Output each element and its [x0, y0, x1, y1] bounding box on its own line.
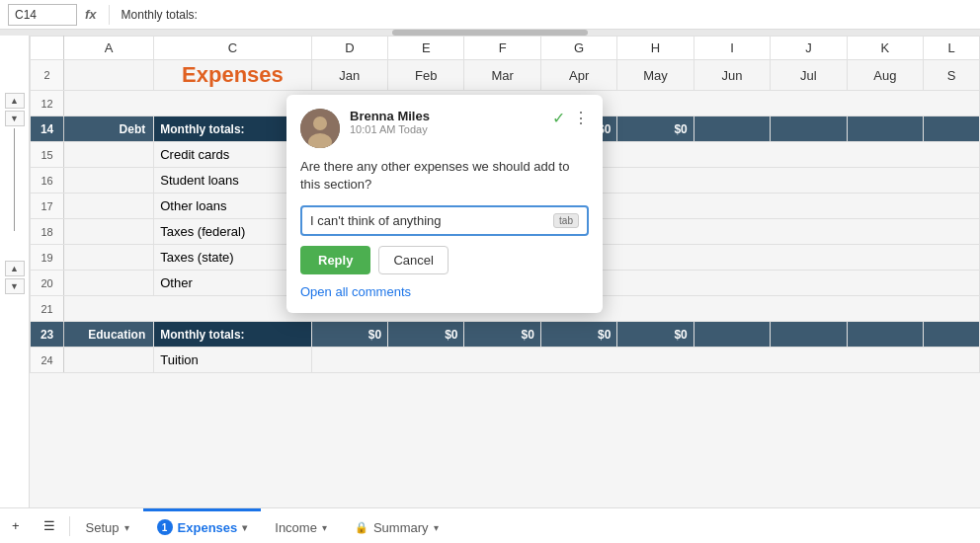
svg-point-1	[313, 116, 327, 130]
comment-header: Brenna Miles 10:01 AM Today ✓ ⋮	[300, 109, 589, 148]
main-area: ▲ ▼ ▲ ▼ A	[0, 36, 980, 513]
row-num-15: 15	[31, 142, 64, 168]
tab-hint: tab	[553, 213, 579, 228]
education-header-row: 23 Education Monthly totals: $0 $0 $0 $0…	[31, 322, 980, 348]
sheets-menu-button[interactable]: ☰	[32, 508, 67, 544]
expand-row-21[interactable]: ▲	[5, 261, 25, 276]
commenter-name: Brenna Miles	[350, 109, 542, 123]
tab-income[interactable]: Income ▾	[261, 508, 341, 544]
lock-icon: 🔒	[355, 521, 368, 534]
cell-e2: Feb	[388, 60, 464, 91]
comment-actions: ✓ ⋮	[552, 109, 589, 127]
cell-a17	[64, 194, 154, 219]
cell-l2: S	[924, 60, 980, 91]
cell-h2: May	[617, 60, 694, 91]
row-num-23: 23	[31, 322, 64, 348]
fx-icon: fx	[85, 7, 97, 22]
tab-expenses-label: Expenses	[178, 520, 238, 535]
row-num-18: 18	[31, 219, 64, 245]
cell-a2	[64, 60, 154, 91]
row-num-24: 24	[31, 348, 64, 373]
bottom-divider	[69, 516, 70, 536]
cancel-button[interactable]: Cancel	[378, 246, 448, 274]
cell-f2: Mar	[464, 60, 540, 91]
cell-f23: $0	[464, 322, 540, 348]
col-header-d: D	[311, 37, 387, 60]
row-group-sidebar: ▲ ▼ ▲ ▼	[0, 36, 30, 513]
row-num-20: 20	[31, 271, 64, 296]
cell-a15	[64, 142, 154, 168]
col-header-f: F	[464, 37, 540, 60]
cell-k23	[847, 322, 923, 348]
row-24: 24 Tuition	[31, 348, 980, 373]
cell-l23	[924, 322, 980, 348]
reply-button[interactable]: Reply	[300, 246, 370, 274]
tab-expenses[interactable]: 1 Expenses ▾	[143, 508, 262, 544]
cell-i23	[694, 322, 770, 348]
tab-income-label: Income	[275, 520, 317, 535]
collapse-row-14[interactable]: ▼	[5, 111, 25, 126]
comment-meta: Brenna Miles 10:01 AM Today	[350, 109, 542, 135]
row-num-14: 14	[31, 116, 64, 142]
cell-k14	[847, 116, 923, 142]
cell-a24	[64, 348, 154, 373]
col-header-e: E	[388, 37, 464, 60]
row-num-19: 19	[31, 245, 64, 271]
col-header-j: J	[771, 37, 847, 60]
col-header-g: G	[540, 37, 616, 60]
cell-j23	[771, 322, 847, 348]
tab-summary-arrow: ▾	[434, 522, 439, 533]
reply-input[interactable]	[310, 213, 549, 228]
tab-setup[interactable]: Setup ▾	[72, 508, 143, 544]
col-header-k: K	[847, 37, 923, 60]
cell-j2: Jul	[771, 60, 847, 91]
col-header-h: H	[617, 37, 694, 60]
cell-c24[interactable]: Tuition	[154, 348, 311, 373]
reply-input-wrap: tab	[300, 205, 589, 236]
cell-h23: $0	[617, 322, 694, 348]
more-options-icon[interactable]: ⋮	[573, 109, 589, 127]
tab-summary[interactable]: 🔒 Summary ▾	[341, 508, 452, 544]
comment-time: 10:01 AM Today	[350, 123, 542, 135]
cell-d2: Jan	[311, 60, 387, 91]
tab-summary-label: Summary	[373, 520, 429, 535]
bottom-bar: + ☰ Setup ▾ 1 Expenses ▾ Income ▾ 🔒 Summ…	[0, 507, 980, 543]
tab-expenses-num: 1	[157, 519, 173, 535]
cell-a16	[64, 168, 154, 194]
cell-d23: $0	[311, 322, 387, 348]
cell-a23-education: Education	[64, 322, 154, 348]
resolve-icon[interactable]: ✓	[552, 109, 565, 127]
avatar-svg	[300, 109, 340, 148]
collapse-row-23[interactable]: ▼	[5, 278, 25, 294]
cell-e23: $0	[388, 322, 464, 348]
cell-reference[interactable]: C14	[8, 4, 77, 26]
cell-i2: Jun	[694, 60, 770, 91]
add-sheet-button[interactable]: +	[0, 508, 32, 544]
cell-rest-24	[311, 348, 979, 373]
col-header-i: I	[694, 37, 770, 60]
comment-popup: Brenna Miles 10:01 AM Today ✓ ⋮ Are ther…	[286, 95, 603, 313]
open-all-comments-link[interactable]: Open all comments	[300, 284, 589, 299]
sheet-area: ▲ ▼ ▲ ▼ A	[0, 30, 980, 513]
cell-g2: Apr	[540, 60, 616, 91]
cell-k2: Aug	[847, 60, 923, 91]
cell-c23: Monthly totals:	[154, 322, 311, 348]
cell-l14	[924, 116, 980, 142]
cell-h14: $0	[617, 116, 694, 142]
formula-input[interactable]	[122, 4, 972, 26]
cell-a19	[64, 245, 154, 271]
row-num-16: 16	[31, 168, 64, 194]
cell-j14	[771, 116, 847, 142]
cell-c2: Expenses	[154, 60, 311, 91]
cell-a20	[64, 271, 154, 296]
reply-buttons: Reply Cancel	[300, 246, 589, 274]
col-header-l: L	[924, 37, 980, 60]
row-num-17: 17	[31, 194, 64, 219]
col-header-a: A	[64, 37, 154, 60]
grid-area: A C D E F G H I J K L	[30, 36, 980, 513]
cell-a18	[64, 219, 154, 245]
avatar-image	[300, 109, 340, 148]
tab-income-arrow: ▾	[322, 522, 327, 533]
expand-row-12[interactable]: ▲	[5, 93, 25, 109]
avatar	[300, 109, 340, 148]
